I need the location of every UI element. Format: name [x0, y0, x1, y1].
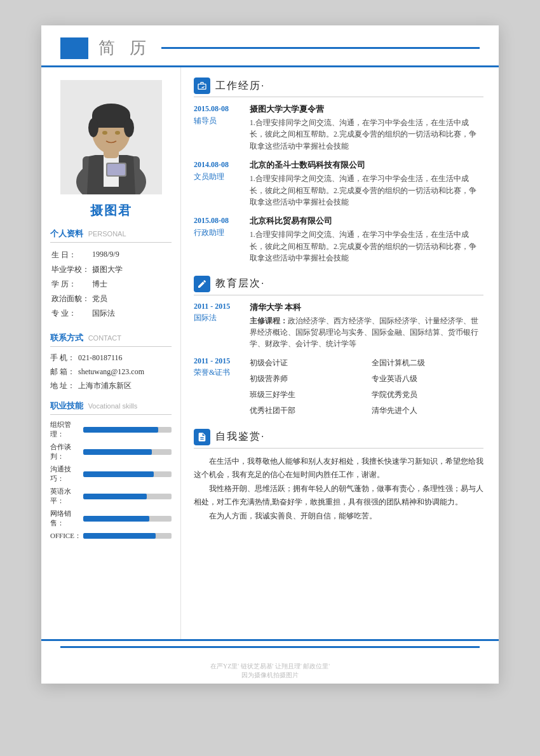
skill-bar-fill	[83, 449, 152, 455]
skill-row: 英语水平：	[50, 487, 172, 506]
svg-rect-17	[107, 164, 125, 175]
skill-bar-bg	[83, 449, 172, 455]
personal-info-table: 生 日： 1998/9/9毕业学校： 摄图大学学 历： 博士政治面貌： 党员专 …	[50, 248, 172, 321]
info-label: 毕业学校：	[50, 262, 91, 277]
work-desc: 1.合理安排同学之间交流、沟通，在学习中学会生活，在生活中成长，彼此之间相互帮助…	[250, 117, 483, 152]
skill-bar-bg	[83, 427, 172, 433]
skill-label: 组织管理：	[50, 420, 83, 439]
edu-school: 清华大学 本科	[250, 302, 483, 313]
right-content: 工作经历· 2015.08-08 辅导员 摄图大学大学夏令营 1.合理安排同学之…	[181, 67, 499, 639]
skill-bar-bg	[83, 494, 172, 499]
work-detail-col: 北京的圣斗士数码科技有限公司 1.合理安排同学之间交流、沟通，在学习中学会生活，…	[250, 159, 483, 208]
skill-bar-bg	[83, 533, 172, 539]
education-section: 教育层次· 2011 - 2015 国际法 清华大学 本科主修课程：政治经济学、…	[194, 276, 483, 417]
edu-courses: 主修课程：政治经济学、西方经济学、国际经济学、计量经济学、世界经济概论、国际贸易…	[250, 315, 483, 350]
personal-info-row: 专 业： 国际法	[50, 306, 172, 321]
work-date: 2014.08-08	[194, 159, 240, 170]
contact-item: 地 址： 上海市浦东新区	[50, 380, 172, 391]
work-entry: 2015.08-08 辅导员 摄图大学大学夏令营 1.合理安排同学之间交流、沟通…	[194, 104, 483, 152]
personal-info-section: 个人资料 PERSONAL 生 日： 1998/9/9毕业学校： 摄图大学学 历…	[50, 228, 172, 321]
cert-item: 学院优秀党员	[372, 388, 483, 402]
header-line	[161, 47, 480, 49]
svg-point-13	[124, 118, 134, 137]
sidebar: 摄图君 个人资料 PERSONAL 生 日： 1998/9/9毕业学校： 摄图大…	[41, 67, 181, 639]
contact-section-title: 联系方式 CONTACT	[50, 332, 172, 347]
work-desc: 1.合理安排同学之间交流、沟通，在学习中学会生活，在生活中成长，彼此之间相互帮助…	[250, 229, 483, 264]
edu-detail-col: 清华大学 本科主修课程：政治经济学、西方经济学、国际经济学、计量经济学、世界经济…	[250, 302, 483, 350]
work-role: 行政助理	[194, 227, 240, 238]
work-date-col: 2015.08-08 辅导员	[194, 104, 240, 152]
edu-date: 2011 - 2015	[194, 302, 240, 311]
skills-items: 组织管理： 合作谈判： 沟通技巧： 英语水平： 网络销售： OFFICE：	[50, 420, 172, 541]
photo-wrap	[60, 80, 162, 194]
work-date-col: 2014.08-08 文员助理	[194, 159, 240, 208]
cert-item: 全国计算机二级	[372, 356, 483, 370]
cert-item: 班级三好学生	[250, 388, 361, 402]
cert-item: 初级营养师	[250, 372, 361, 386]
cert-item: 优秀社团干部	[250, 404, 361, 417]
work-entry: 2014.08-08 文员助理 北京的圣斗士数码科技有限公司 1.合理安排同学之…	[194, 159, 483, 208]
skill-bar-fill	[83, 494, 147, 499]
watermark-line1: 在严YZ里' 链状芝易基' 让翔且理' 邮政位里'	[41, 662, 499, 671]
info-label: 学 历：	[50, 277, 91, 292]
skill-bar-fill	[83, 471, 154, 477]
work-entries: 2015.08-08 辅导员 摄图大学大学夏令营 1.合理安排同学之间交流、沟通…	[194, 104, 483, 264]
contact-items: 手 机： 021-80187116邮 箱： shetuwang@123.com地…	[50, 352, 172, 391]
skill-bar-fill	[83, 427, 158, 433]
contact-item: 手 机： 021-80187116	[50, 352, 172, 363]
work-entry: 2015.08-08 行政助理 北京科比贸易有限公司 1.合理安排同学之间交流、…	[194, 215, 483, 264]
cert-grid: 初级会计证 全国计算机二级初级营养师 专业英语八级班级三好学生 学院优秀党员优秀…	[250, 356, 483, 417]
contact-value: 021-80187116	[78, 352, 123, 363]
personal-info-row: 学 历： 博士	[50, 277, 172, 292]
work-company: 北京的圣斗士数码科技有限公司	[250, 159, 483, 171]
self-eval-paragraphs: 在生活中，我尊敬他人能够和别人友好相处，我擅长快速学习新知识，希望您给我这个机会…	[194, 455, 483, 523]
watermark: 在严YZ里' 链状芝易基' 让翔且理' 邮政位里' 因为摄像机拍摄图片	[41, 653, 499, 684]
contact-value: shetuwang@123.com	[78, 366, 144, 377]
footer-line	[60, 646, 480, 648]
info-label: 政治面貌：	[50, 292, 91, 306]
edu-date-col: 2011 - 2015 国际法	[194, 302, 240, 350]
personal-info-row: 政治面貌： 党员	[50, 292, 172, 306]
skill-bar-bg	[83, 516, 172, 522]
work-desc: 1.合理安排同学之间交流、沟通，在学习中学会生活，在生活中成长，彼此之间相互帮助…	[250, 173, 483, 208]
work-detail-col: 摄图大学大学夏令营 1.合理安排同学之间交流、沟通，在学习中学会生活，在生活中成…	[250, 104, 483, 152]
skill-row: OFFICE：	[50, 531, 172, 541]
work-company: 北京科比贸易有限公司	[250, 215, 483, 227]
info-value: 摄图大学	[91, 262, 172, 277]
work-date-col: 2015.08-08 行政助理	[194, 215, 240, 264]
self-eval-icon	[194, 429, 210, 445]
skill-label: 沟通技巧：	[50, 464, 83, 483]
edu-major: 国际法	[194, 313, 240, 323]
info-value: 博士	[91, 277, 172, 292]
work-role: 文员助理	[194, 172, 240, 182]
info-label: 生 日：	[50, 248, 91, 262]
skill-label: 英语水平：	[50, 487, 83, 506]
main-content: 摄图君 个人资料 PERSONAL 生 日： 1998/9/9毕业学校： 摄图大…	[41, 67, 499, 639]
info-value: 1998/9/9	[91, 248, 172, 262]
resume-title: 简 历	[98, 37, 151, 59]
edu-section-header: 教育层次·	[194, 276, 483, 295]
personal-info-row: 毕业学校： 摄图大学	[50, 262, 172, 277]
edu-date-col: 2011 - 2015 荣誉&证书	[194, 356, 240, 417]
contact-label: 邮 箱：	[50, 366, 76, 377]
cert-item: 专业英语八级	[372, 372, 483, 386]
header: 简 历	[41, 25, 499, 67]
self-eval-paragraph: 在为人方面，我诚实善良、开朗自信，能够吃苦。	[194, 510, 483, 523]
work-company: 摄图大学大学夏令营	[250, 104, 483, 115]
work-section-header: 工作经历·	[194, 78, 483, 97]
watermark-line2: 因为摄像机拍摄图片	[41, 671, 499, 680]
work-section-title: 工作经历·	[215, 79, 265, 93]
edu-date: 2011 - 2015	[194, 356, 240, 366]
cert-item: 清华先进个人	[372, 404, 483, 417]
edu-major: 荣誉&证书	[194, 367, 240, 378]
self-eval-header: 自我鉴赏·	[194, 429, 483, 449]
info-value: 国际法	[91, 306, 172, 321]
cert-item: 初级会计证	[250, 356, 361, 370]
svg-point-14	[102, 131, 107, 135]
work-role: 辅导员	[194, 116, 240, 126]
work-date: 2015.08-08	[194, 104, 240, 114]
skills-section: 职业技能 Vocational skills 组织管理： 合作谈判： 沟通技巧：…	[50, 400, 172, 541]
name-block: 摄图君	[50, 202, 172, 219]
skill-row: 合作谈判：	[50, 442, 172, 461]
edu-detail-col: 初级会计证 全国计算机二级初级营养师 专业英语八级班级三好学生 学院优秀党员优秀…	[250, 356, 483, 417]
